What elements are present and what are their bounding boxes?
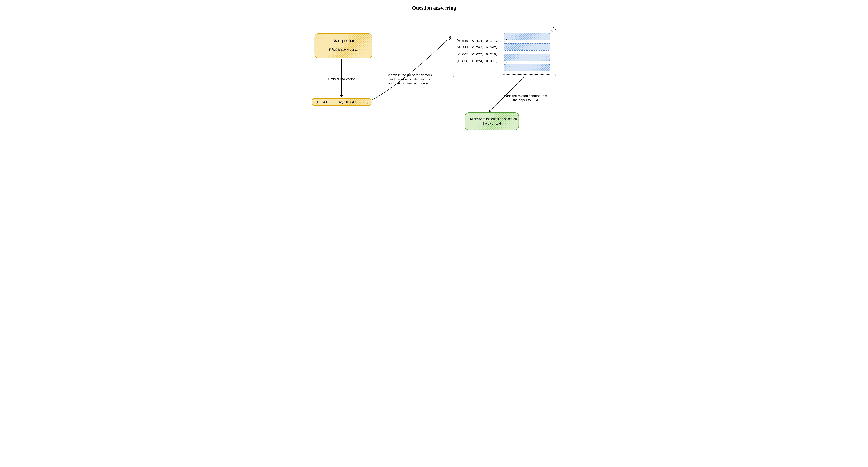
user-question-example: What is the most ... [315,47,372,52]
label-embed: Embed into vector [320,77,363,81]
arrow-search [372,36,451,100]
retrieved-content-group [501,30,553,75]
diagram-canvas: Question answering [303,0,566,138]
label-pass: Pass the related content from the paper … [497,94,554,102]
user-question-label: User question [315,38,372,43]
svg-rect-6 [504,33,550,40]
query-vector-text: [0.241, 0.682, 0.347, ...] [315,100,369,104]
db-vectors-text: [0.539, 0.414, 0.177, ...] [0.341, 0.782… [456,37,508,65]
llm-answer-text: LLM answers the question based on the gi… [465,117,519,126]
diagram-title: Question answering [303,5,566,11]
retrieved-chunks [504,33,550,71]
svg-rect-7 [504,43,550,50]
svg-rect-8 [504,54,550,61]
svg-rect-9 [504,64,550,71]
label-search: Search in the prepared vectors Find the … [381,73,438,85]
diagram-svg [303,0,566,138]
user-question-box [315,33,372,58]
